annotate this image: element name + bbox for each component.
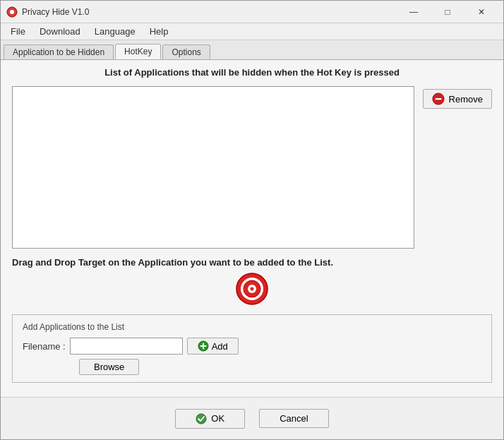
- window-title: Privacy Hide V1.0: [22, 7, 397, 17]
- svg-rect-3: [435, 98, 441, 100]
- add-icon: [198, 340, 209, 352]
- ok-label: OK: [211, 413, 224, 424]
- drag-drop-text: Drag and Drop Target on the Application …: [12, 257, 333, 268]
- browse-row: Browse: [79, 359, 481, 375]
- browse-button[interactable]: Browse: [79, 359, 139, 375]
- window-controls: — □ ✕: [397, 1, 498, 23]
- maximize-button[interactable]: □: [431, 1, 464, 23]
- application-listbox[interactable]: [12, 86, 414, 249]
- menu-help[interactable]: Help: [143, 25, 176, 38]
- close-button[interactable]: ✕: [465, 1, 498, 23]
- drag-target-icon[interactable]: [235, 272, 269, 306]
- filename-label: Filename :: [23, 341, 66, 352]
- svg-point-1: [10, 10, 14, 14]
- tab-application[interactable]: Application to be Hidden: [4, 44, 114, 59]
- menu-language[interactable]: Language: [88, 25, 143, 38]
- menu-bar: File Download Language Help: [1, 23, 503, 40]
- filename-row: Filename : Add: [23, 338, 481, 355]
- ok-button[interactable]: OK: [175, 409, 245, 429]
- list-remove-area: Remove: [12, 86, 492, 249]
- menu-file[interactable]: File: [4, 25, 32, 38]
- add-section: Add Applications to the List Filename : …: [12, 314, 492, 383]
- title-bar: Privacy Hide V1.0 — □ ✕: [1, 1, 503, 23]
- remove-label: Remove: [449, 94, 483, 105]
- cancel-button[interactable]: Cancel: [259, 409, 328, 428]
- minimize-button[interactable]: —: [397, 1, 430, 23]
- add-section-title: Add Applications to the List: [23, 322, 481, 332]
- main-content: List of Applications that will be hidden…: [1, 60, 503, 397]
- bottom-bar: OK Cancel: [1, 397, 503, 439]
- drag-drop-center: [12, 272, 492, 306]
- tabs-bar: Application to be Hidden HotKey Options: [1, 40, 503, 60]
- remove-icon: [432, 93, 445, 105]
- drag-drop-section: Drag and Drop Target on the Application …: [12, 257, 492, 306]
- main-window: Privacy Hide V1.0 — □ ✕ File Download La…: [0, 0, 504, 440]
- filename-input[interactable]: [70, 338, 183, 355]
- ok-icon: [196, 413, 207, 424]
- tab-hotkey[interactable]: HotKey: [115, 44, 161, 59]
- svg-point-8: [251, 287, 254, 291]
- list-title: List of Applications that will be hidden…: [12, 67, 492, 78]
- add-button[interactable]: Add: [187, 338, 239, 355]
- add-label: Add: [212, 341, 228, 352]
- app-icon: [6, 6, 18, 18]
- tab-options[interactable]: Options: [162, 44, 210, 59]
- svg-rect-11: [200, 345, 206, 347]
- remove-area: Remove: [423, 86, 492, 109]
- menu-download[interactable]: Download: [32, 25, 88, 38]
- remove-button[interactable]: Remove: [423, 89, 492, 109]
